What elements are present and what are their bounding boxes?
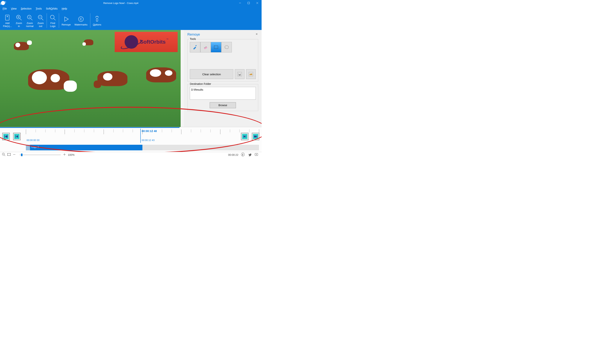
options-button[interactable]: Options xyxy=(91,14,103,27)
svg-line-17 xyxy=(41,19,43,20)
svg-marker-21 xyxy=(65,17,68,21)
svg-rect-26 xyxy=(193,47,196,50)
step-back-button[interactable] xyxy=(13,133,21,140)
svg-line-20 xyxy=(54,19,55,20)
svg-rect-33 xyxy=(239,74,240,74)
vertical-scrollbar[interactable] xyxy=(181,30,184,127)
facebook-icon[interactable] xyxy=(241,153,245,157)
tools-group: Tools Clear selection xyxy=(187,39,258,81)
minimize-button[interactable] xyxy=(236,0,244,6)
play-icon xyxy=(63,15,69,23)
youtube-icon[interactable] xyxy=(255,153,258,157)
zoom-percent-label: 100% xyxy=(68,153,75,156)
svg-marker-39 xyxy=(16,135,18,138)
load-selection-button[interactable] xyxy=(246,69,256,79)
menu-file[interactable]: File xyxy=(3,7,7,10)
menu-softorbits[interactable]: SoftOrbits xyxy=(46,7,57,10)
remove-button[interactable]: Remove xyxy=(60,14,72,27)
app-icon xyxy=(0,0,6,6)
logo-track[interactable]: Logo 1 xyxy=(26,145,259,150)
menu-selection[interactable]: Selection xyxy=(21,7,32,10)
svg-rect-35 xyxy=(4,135,5,138)
zoom-out-button[interactable]: Zoomout xyxy=(35,12,46,29)
timeline: 00:00:00 00 00:00:12 48 00:00:12 43 Logo… xyxy=(0,127,262,151)
ribbon-toolbar: AddFile(s)... Zoomin 1 Zoomnormal Zoomou… xyxy=(0,11,262,30)
fast-forward-to-end-button[interactable] xyxy=(252,133,259,140)
options-icon xyxy=(94,15,100,23)
svg-rect-30 xyxy=(214,46,218,49)
menu-help[interactable]: Help xyxy=(62,7,67,10)
window-title: Remove Logo Now! - Cows.mp4 xyxy=(6,2,236,4)
svg-text:1: 1 xyxy=(28,16,30,19)
maximize-button[interactable] xyxy=(244,0,253,6)
zoom-normal-icon: 1 xyxy=(27,13,33,22)
svg-rect-38 xyxy=(15,135,16,138)
ribbon-separator xyxy=(90,13,90,28)
ribbon-separator xyxy=(47,13,47,28)
step-forward-button[interactable] xyxy=(241,133,248,140)
add-file-icon xyxy=(4,13,11,22)
svg-rect-25 xyxy=(96,18,98,21)
timeline-marker-top-timestamp: 00:00:12 48 xyxy=(142,129,157,132)
zoom-normal-button[interactable]: 1 Zoomnormal xyxy=(24,12,35,29)
marker-tool-button[interactable] xyxy=(190,42,200,52)
freeform-select-tool-button[interactable] xyxy=(221,42,232,52)
svg-marker-43 xyxy=(255,135,257,138)
rectangle-select-tool-button[interactable] xyxy=(211,42,221,52)
tools-legend: Tools xyxy=(189,38,197,40)
save-selection-button[interactable] xyxy=(235,69,244,79)
playhead[interactable] xyxy=(140,129,141,143)
video-preview[interactable]: SoftOrbits™ xyxy=(0,30,181,127)
menu-view[interactable]: View xyxy=(11,7,17,10)
watermarks-button[interactable]: C Watermarks xyxy=(72,14,89,27)
add-files-button[interactable]: AddFile(s)... xyxy=(1,12,14,29)
svg-rect-44 xyxy=(257,135,257,138)
zoom-plus-icon[interactable] xyxy=(63,153,66,157)
menu-tools[interactable]: Tools xyxy=(36,7,42,10)
svg-line-14 xyxy=(31,19,32,20)
svg-rect-27 xyxy=(195,45,197,46)
zoom-actual-icon[interactable]: 1 xyxy=(2,153,6,157)
zoom-fit-icon[interactable] xyxy=(7,153,11,157)
status-bar: 1 100% 00:00:22 xyxy=(0,152,262,157)
zoom-in-button[interactable]: Zoomin xyxy=(14,12,24,29)
logo-clip[interactable]: Logo 1 xyxy=(30,145,142,150)
find-logo-icon xyxy=(50,13,56,22)
rewind-to-start-button[interactable] xyxy=(2,133,10,140)
svg-marker-54 xyxy=(256,154,257,155)
zoom-out-icon xyxy=(37,13,44,22)
svg-rect-3 xyxy=(248,2,250,4)
menu-bar: File View Selection Tools SoftOrbits Hel… xyxy=(0,6,262,11)
zoom-slider[interactable] xyxy=(19,155,61,155)
zoom-minus-icon[interactable] xyxy=(12,153,16,157)
title-bar: Remove Logo Now! - Cows.mp4 xyxy=(0,0,262,6)
logo-watermark-overlay: SoftOrbits™ xyxy=(115,32,178,52)
svg-line-46 xyxy=(4,155,5,156)
destination-path-input[interactable] xyxy=(190,87,256,100)
svg-point-19 xyxy=(50,15,54,19)
panel-title: Remove xyxy=(187,33,258,37)
panel-close-button[interactable]: ✕ xyxy=(255,33,258,36)
duration-label: 00:00:22 xyxy=(228,153,239,156)
eraser-tool-button[interactable] xyxy=(200,42,211,52)
clear-selection-button[interactable]: Clear selection xyxy=(190,69,233,79)
svg-marker-40 xyxy=(243,135,245,138)
svg-line-10 xyxy=(20,19,22,20)
browse-button[interactable]: Browse xyxy=(210,102,236,108)
svg-rect-41 xyxy=(246,135,246,138)
close-button[interactable] xyxy=(253,0,262,6)
timeline-start-timestamp: 00:00:00 00 xyxy=(27,139,40,142)
zoom-in-icon xyxy=(15,13,22,22)
destination-group: Destination Folder Browse xyxy=(187,84,258,111)
svg-text:C: C xyxy=(80,18,82,21)
side-panel: Remove ✕ Tools Clear selection Destinati… xyxy=(184,30,262,127)
svg-text:1: 1 xyxy=(3,153,4,155)
timeline-marker-bottom-timestamp: 00:00:12 43 xyxy=(142,139,155,142)
find-logo-button[interactable]: FindLogo xyxy=(48,12,58,29)
watermarks-icon: C xyxy=(78,15,84,23)
destination-legend: Destination Folder xyxy=(189,82,212,85)
twitter-icon[interactable] xyxy=(248,153,252,157)
